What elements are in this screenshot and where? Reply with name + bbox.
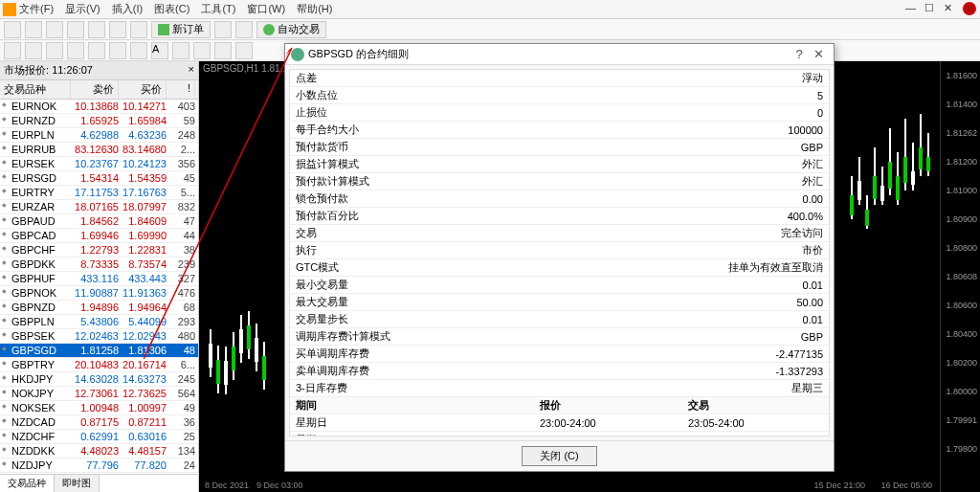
maximize-icon[interactable]: ☐: [924, 2, 938, 15]
data-window-icon[interactable]: [67, 21, 84, 38]
help-icon[interactable]: ?: [790, 47, 809, 61]
spec-row: 预付款货币GBP: [290, 139, 829, 156]
metaeditor-icon[interactable]: [214, 21, 232, 38]
spec-row: GTC模式挂单为有效直至取消: [290, 259, 829, 277]
symbol-row-GBPDKK[interactable]: GBPDKK8.733358.73574239: [0, 257, 198, 272]
menu-window[interactable]: 窗口(W): [247, 2, 285, 16]
col-symbol[interactable]: 交易品种: [0, 80, 71, 99]
symbol-row-EURSEK[interactable]: EURSEK10.2376710.24123356: [0, 157, 198, 171]
trendline-icon[interactable]: [88, 42, 105, 59]
symbol-row-GBPCAD[interactable]: GBPCAD1.699461.6999044: [0, 229, 198, 243]
menu-view[interactable]: 显示(V): [65, 2, 100, 16]
vline-icon[interactable]: [46, 42, 63, 59]
text-icon[interactable]: A: [151, 42, 168, 59]
tab-symbols[interactable]: 交易品种: [0, 475, 55, 492]
crosshair-icon[interactable]: [25, 42, 42, 59]
symbol-row-EURRUB[interactable]: EURRUB83.1263083.146802...: [0, 143, 198, 157]
fibo-icon[interactable]: [130, 42, 147, 59]
new-chart-icon[interactable]: [4, 21, 21, 38]
price-label: 1.80000: [946, 387, 980, 396]
notification-badge[interactable]: 2: [963, 2, 976, 15]
auto-trading-button[interactable]: 自动交易: [256, 21, 326, 38]
symbol-row-NOKJPY[interactable]: NOKJPY12.7306112.73625564: [0, 387, 198, 401]
symbol-row-EURSGD[interactable]: EURSGD1.543141.5435945: [0, 171, 198, 186]
col-spread[interactable]: !: [167, 80, 195, 99]
symbol-row-GBPHUF[interactable]: GBPHUF433.116433.443327: [0, 272, 198, 286]
col-ask[interactable]: 买价: [119, 80, 167, 99]
tab-tick-chart[interactable]: 即时图: [55, 475, 100, 492]
panel-close-icon[interactable]: ×: [189, 63, 194, 78]
symbol-row-NZDCHF[interactable]: NZDCHF0.629910.6301625: [0, 430, 198, 444]
navigator-icon[interactable]: [88, 21, 105, 38]
hline-icon[interactable]: [67, 42, 84, 59]
minimize-icon[interactable]: —: [905, 2, 919, 15]
symbol-row-NZDDKK[interactable]: NZDDKK4.480234.48157134: [0, 444, 198, 458]
menu-insert[interactable]: 插入(I): [112, 2, 143, 16]
menu-file[interactable]: 文件(F): [19, 2, 54, 16]
symbol-row-GBPSGD[interactable]: GBPSGD1.812581.8130648: [0, 344, 198, 358]
price-label: 1.79991: [946, 415, 980, 425]
symbol-row-EURNOK[interactable]: EURNOK10.1386810.14271403: [0, 100, 198, 114]
symbol-row-GBPCHF[interactable]: GBPCHF1.227931.2283138: [0, 243, 198, 257]
symbol-row-NZDCAD[interactable]: NZDCAD0.871750.8721136: [0, 415, 198, 430]
terminal-icon[interactable]: [109, 21, 126, 38]
price-label: 1.80900: [946, 214, 980, 224]
symbol-row-GBPAUD[interactable]: GBPAUD1.845621.8460947: [0, 214, 198, 229]
market-watch-title: 市场报价: 11:26:07: [4, 63, 93, 78]
symbol-row-GBPNOK[interactable]: GBPNOK11.9088711.91363476: [0, 286, 198, 301]
symbol-row-EURZAR[interactable]: EURZAR18.0716518.07997832: [0, 200, 198, 214]
spec-row: 锁仓预付款0.00: [290, 190, 829, 208]
spec-row: 预付款百分比400.0%: [290, 208, 829, 225]
price-label: 1.80800: [946, 243, 980, 253]
symbol-row-EURTRY[interactable]: EURTRY17.1175317.167635...: [0, 186, 198, 200]
session-row: 星期一00:00-22:55, 23:00-24:0000:00-22:55, …: [290, 432, 829, 436]
symbol-row-GBPTRY[interactable]: GBPTRY20.1048320.167146...: [0, 358, 198, 372]
options-icon[interactable]: [235, 21, 253, 38]
strategy-tester-icon[interactable]: [130, 21, 147, 38]
close-icon[interactable]: ✕: [944, 2, 957, 15]
spec-row: 损益计算模式外汇: [290, 156, 829, 173]
chart-time-label: 9 Dec 03:00: [256, 481, 303, 490]
symbol-row-EURPLN[interactable]: EURPLN4.629884.63236248: [0, 128, 198, 143]
price-label: 1.80600: [946, 301, 980, 310]
spec-row: 点差浮动: [290, 70, 829, 87]
symbol-row-GBPSEK[interactable]: GBPSEK12.0246312.02943480: [0, 329, 198, 344]
profiles-icon[interactable]: [25, 21, 42, 38]
spec-row: 小数点位5: [290, 87, 829, 104]
cursor-icon[interactable]: [4, 42, 21, 59]
market-watch-list[interactable]: EURNOK10.1386810.14271403EURNZD1.659251.…: [0, 100, 198, 474]
symbol-icon: [291, 48, 304, 61]
menu-chart[interactable]: 图表(C): [154, 2, 189, 16]
dialog-close-icon[interactable]: ✕: [809, 47, 828, 61]
main-toolbar: 新订单 自动交易: [0, 19, 980, 40]
spec-row: 调期库存费计算模式GBP: [290, 328, 829, 346]
price-label: 1.81262: [946, 128, 980, 138]
symbol-row-GBPPLN[interactable]: GBPPLN5.438065.44099293: [0, 315, 198, 329]
market-watch-icon[interactable]: [46, 21, 63, 38]
menu-help[interactable]: 帮助(H): [297, 2, 332, 16]
channel-icon[interactable]: [109, 42, 126, 59]
symbol-row-HKDJPY[interactable]: HKDJPY14.6302814.63273245: [0, 372, 198, 387]
spec-row: 交易量步长0.01: [290, 311, 829, 328]
price-label: 1.81200: [946, 157, 980, 167]
symbol-row-EURNZD[interactable]: EURNZD1.659251.6598459: [0, 114, 198, 128]
label-icon[interactable]: [172, 42, 189, 59]
spec-row: 3-日库存费星期三: [290, 380, 829, 397]
templates-icon[interactable]: [235, 42, 253, 59]
app-icon: [3, 3, 16, 16]
col-bid[interactable]: 卖价: [71, 80, 119, 99]
dialog-body[interactable]: 点差浮动小数点位5止损位0每手合约大小100000预付款货币GBP损益计算模式外…: [289, 69, 830, 436]
indicators-icon[interactable]: [193, 42, 211, 59]
chart-time-label: 8 Dec 2021: [205, 481, 249, 490]
periods-icon[interactable]: [214, 42, 232, 59]
menu-tools[interactable]: 工具(T): [201, 2, 235, 16]
spec-row: 每手合约大小100000: [290, 122, 829, 139]
price-label: 1.79800: [946, 444, 980, 454]
symbol-row-NZDJPY[interactable]: NZDJPY77.79677.82024: [0, 458, 198, 473]
new-order-button[interactable]: 新订单: [151, 21, 211, 38]
symbol-row-NOKSEK[interactable]: NOKSEK1.009481.0099749: [0, 401, 198, 415]
menubar: 文件(F) 显示(V) 插入(I) 图表(C) 工具(T) 窗口(W) 帮助(H…: [0, 0, 980, 19]
close-button[interactable]: 关闭 (C): [522, 446, 596, 466]
symbol-row-GBPNZD[interactable]: GBPNZD1.948961.9496468: [0, 301, 198, 315]
spec-row: 卖单调期库存费-1.337293: [290, 363, 829, 380]
